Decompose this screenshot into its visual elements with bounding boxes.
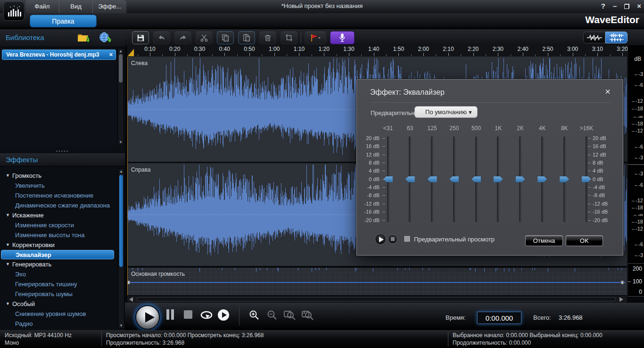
effects-item[interactable]: Увеличить (0, 181, 117, 191)
remove-file-icon[interactable]: × (109, 51, 113, 58)
redo-button[interactable] (174, 31, 191, 44)
preview-checkbox[interactable] (404, 236, 410, 242)
play-button[interactable] (135, 305, 160, 330)
stop-button[interactable] (184, 309, 192, 319)
cancel-button[interactable]: Отмена (525, 235, 563, 246)
help-icon[interactable]: ? (601, 2, 605, 10)
transient-tick (222, 268, 223, 270)
zoom-selection-button[interactable] (283, 309, 297, 321)
effects-category[interactable]: ▼Громкость (0, 171, 117, 181)
effects-category[interactable]: ▼Корректировки (0, 240, 117, 250)
effects-item[interactable]: Радио (0, 319, 117, 329)
transient-tick (608, 268, 609, 270)
eq-slider-handle[interactable] (471, 176, 481, 182)
pause-button[interactable] (166, 309, 176, 322)
wave-view-button[interactable] (583, 32, 605, 43)
tab-1[interactable]: Файл (25, 0, 59, 13)
effects-item[interactable]: Изменение скорости (0, 220, 117, 230)
ruler-time-label: 1:20 (318, 46, 329, 52)
crop-button[interactable] (281, 31, 297, 44)
time-input[interactable] (477, 312, 521, 324)
ruler-time-label: 1:00 (269, 46, 280, 52)
library-scrollbar[interactable]: ▲ ▼ (117, 48, 124, 145)
horizontal-scrollbar[interactable] (127, 296, 627, 303)
undo-button[interactable] (153, 31, 170, 44)
time-ruler[interactable]: 0:100:200:300:400:501:001:101:201:301:40… (127, 45, 627, 57)
eq-slider-handle[interactable] (537, 176, 547, 182)
copy-button[interactable] (217, 31, 234, 44)
import-url-icon[interactable] (98, 32, 113, 44)
transport-bar: Время: Всего: 3:26.968 (125, 303, 644, 330)
envelope-scale-label: 0 (639, 289, 642, 295)
eq-slider-handle[interactable] (560, 176, 569, 182)
waveeditor-window: ФайлВидЭффе... *Новый проект без названи… (0, 0, 644, 348)
tab-3[interactable]: Эффе... (93, 0, 126, 13)
eq-slider-handle[interactable] (516, 176, 525, 182)
scroll-up-icon[interactable]: ▲ (118, 169, 124, 174)
cut-button[interactable] (196, 31, 213, 44)
preview-play-button[interactable] (375, 233, 386, 245)
marker-flag-button[interactable] (305, 31, 326, 44)
effects-item[interactable]: Эхо (0, 269, 117, 279)
preview-stop-button[interactable] (388, 234, 397, 244)
meter-tick-label: -18 (632, 219, 643, 224)
zoom-in-button[interactable] (248, 309, 260, 321)
minimize-icon[interactable]: – (613, 2, 617, 10)
zoom-project-button[interactable] (301, 309, 314, 321)
eq-slider-handle[interactable] (494, 176, 503, 182)
effects-item[interactable]: Постепенное исчезновение (0, 191, 117, 200)
envelope-handle-right[interactable] (621, 281, 624, 284)
effects-category[interactable]: ▼Особый (0, 299, 117, 309)
scrollbar-track[interactable] (137, 297, 616, 301)
playhead-marker[interactable] (128, 49, 134, 56)
eq-slider-handle[interactable] (405, 176, 415, 182)
play-selection-button[interactable] (218, 309, 229, 321)
tick-dash (382, 195, 385, 196)
view-toggle-group (583, 32, 627, 43)
ruler-time-label: 1:10 (294, 46, 305, 52)
envelope-scale-label: 100 (633, 278, 642, 285)
effects-item-selected[interactable]: Эквалайзер (1, 250, 114, 259)
effects-scrollbar[interactable]: ▲ ▼ (118, 168, 124, 329)
zoom-out-button[interactable] (266, 309, 278, 321)
restore-icon[interactable] (624, 4, 629, 9)
transient-tick (356, 268, 357, 270)
ruler-major-tick (573, 53, 573, 56)
loop-button[interactable] (199, 310, 214, 321)
scroll-down-icon[interactable]: ▼ (118, 323, 124, 328)
scroll-up-icon[interactable]: ▲ (118, 49, 124, 53)
effects-category[interactable]: ▼Искажение (0, 210, 117, 220)
tab-2[interactable]: Вид (59, 0, 93, 13)
close-icon[interactable]: × (637, 2, 641, 10)
paste-button[interactable] (238, 31, 255, 44)
transient-tick (405, 268, 405, 270)
import-file-icon[interactable] (77, 32, 92, 44)
eq-slider-handle[interactable] (449, 176, 459, 182)
multitrack-view-button[interactable] (605, 32, 627, 43)
effects-item[interactable]: Генерировать шумы (0, 289, 117, 299)
ok-button[interactable]: OK (566, 235, 603, 246)
save-button[interactable] (132, 31, 149, 44)
volume-envelope-line[interactable] (128, 282, 625, 283)
right-channel-label: Справа (131, 166, 150, 173)
scroll-down-icon[interactable]: ▼ (118, 140, 124, 144)
eq-slider-handle[interactable] (428, 176, 437, 182)
delete-button[interactable] (259, 31, 276, 44)
effects-category[interactable]: ▼Генерировать (0, 259, 117, 269)
master-volume-track[interactable]: Основная громкость (127, 267, 627, 295)
edit-tab-button[interactable]: Правка (30, 15, 97, 27)
meter-tick-label: -3 (635, 155, 643, 160)
tick-dash (382, 146, 385, 147)
record-mic-button[interactable] (330, 31, 355, 44)
effects-item[interactable]: Динамическое сжатие диапазона (0, 200, 117, 210)
effects-item[interactable]: Снижение уровня шумов (0, 309, 117, 319)
effects-item[interactable]: Изменение высоты тона (0, 230, 117, 240)
tick-dash (588, 138, 591, 139)
effects-item[interactable]: Генерировать тишину (0, 279, 117, 289)
meter-tick-label: -6 (635, 241, 643, 247)
transient-tick (521, 268, 522, 270)
library-file-item[interactable]: Vera Brezneva - Horoshij denj.mp3 × (2, 50, 116, 60)
ruler-minor-tick (560, 54, 561, 56)
scroll-left-icon[interactable] (129, 297, 133, 302)
scroll-right-icon[interactable] (619, 297, 623, 302)
